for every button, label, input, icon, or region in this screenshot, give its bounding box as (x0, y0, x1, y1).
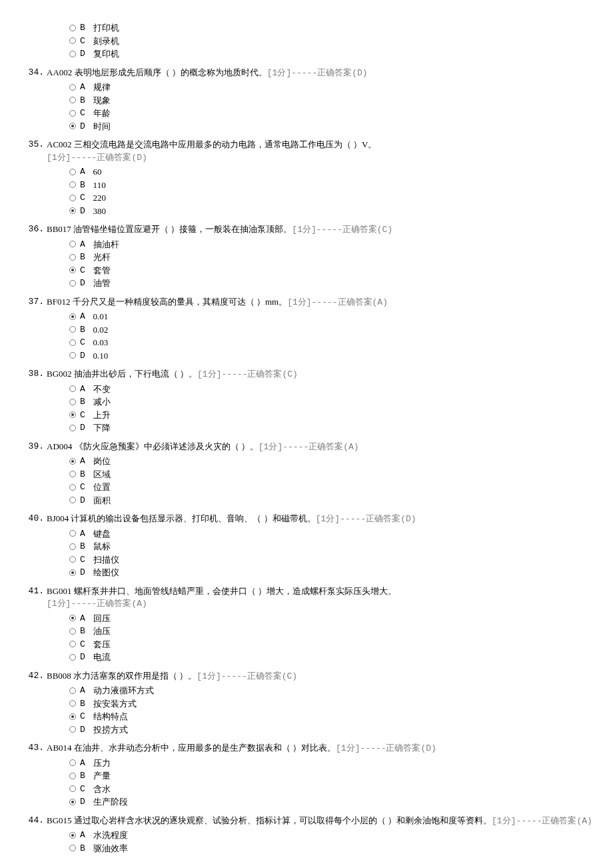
choice-text: 上升 (93, 409, 111, 422)
choice-letter: D (80, 494, 91, 507)
choice-item[interactable]: C 含水 (69, 783, 613, 796)
choice-list: A 键盘B 鼠标C 扫描仪D 绘图仪 (47, 527, 613, 579)
question-item: 44.BG015 通过取心岩样含水状况的逐块观察、试验分析、指标计算，可以取得每… (0, 814, 613, 855)
choice-item[interactable]: A 回压 (69, 612, 613, 625)
radio-icon[interactable] (69, 37, 76, 44)
question-stem: BF012 千分尺又是一种精度较高的量具，其精度可达（ ）mm。[1分]----… (47, 295, 613, 309)
choice-item[interactable]: A 规律 (69, 81, 613, 94)
radio-icon[interactable] (69, 411, 76, 418)
radio-icon[interactable] (69, 241, 76, 247)
radio-icon[interactable] (69, 110, 76, 117)
choice-item[interactable]: A 动力液循环方式 (69, 684, 613, 697)
choice-item[interactable]: A 不变 (69, 383, 613, 396)
choice-item[interactable]: D 时间 (69, 120, 613, 133)
choice-item[interactable]: C 位置 (69, 481, 613, 494)
choice-item[interactable]: C 0.03 (69, 336, 613, 349)
choice-item[interactable]: D 复印机 (69, 47, 613, 61)
radio-icon[interactable] (69, 51, 76, 57)
radio-icon[interactable] (69, 543, 76, 550)
choice-item[interactable]: A 水洗程度 (69, 829, 613, 842)
radio-icon[interactable] (69, 313, 76, 320)
choice-text: 60 (93, 165, 102, 179)
choice-item[interactable]: D 面积 (69, 494, 613, 507)
choice-item[interactable]: A 键盘 (69, 527, 613, 541)
radio-icon[interactable] (69, 169, 76, 175)
choice-item[interactable]: D 下降 (69, 421, 613, 435)
radio-icon[interactable] (69, 471, 76, 477)
choice-item[interactable]: B 按安装方式 (69, 697, 613, 711)
radio-icon[interactable] (69, 267, 76, 273)
choice-item[interactable]: B 减小 (69, 395, 613, 409)
radio-icon[interactable] (69, 84, 76, 91)
choice-item[interactable]: B 驱油效率 (69, 842, 613, 855)
radio-icon[interactable] (69, 195, 76, 201)
radio-icon[interactable] (69, 799, 76, 805)
choice-item[interactable]: D 生产阶段 (69, 795, 613, 809)
choice-item[interactable]: C 220 (69, 191, 613, 205)
radio-icon[interactable] (69, 339, 76, 346)
choice-item[interactable]: A 抽油杆 (69, 238, 613, 251)
radio-icon[interactable] (69, 385, 76, 392)
choice-item[interactable]: A 0.01 (69, 310, 613, 323)
radio-icon[interactable] (69, 785, 76, 792)
radio-icon[interactable] (69, 97, 76, 103)
radio-icon[interactable] (69, 641, 76, 647)
choice-item[interactable]: B 现象 (69, 94, 613, 107)
question-code: AB014 (47, 743, 72, 753)
choice-item[interactable]: B 产量 (69, 769, 613, 783)
radio-icon[interactable] (69, 628, 76, 635)
choice-item[interactable]: C 扫描仪 (69, 553, 613, 567)
radio-icon[interactable] (69, 181, 76, 188)
choice-item[interactable]: D 380 (69, 205, 613, 218)
choice-item[interactable]: D 油管 (69, 277, 613, 290)
choice-item[interactable]: B 110 (69, 179, 613, 192)
choice-item[interactable]: C 套管 (69, 264, 613, 277)
radio-icon[interactable] (69, 352, 76, 359)
choice-item[interactable]: B 油压 (69, 625, 613, 638)
radio-icon[interactable] (69, 484, 76, 491)
radio-icon[interactable] (69, 254, 76, 261)
choice-letter: A (80, 455, 91, 468)
radio-icon[interactable] (69, 530, 76, 537)
choice-item[interactable]: C 套压 (69, 638, 613, 651)
choice-item[interactable]: C 结构特点 (69, 710, 613, 723)
radio-icon[interactable] (69, 700, 76, 707)
question-code: BB017 (47, 224, 71, 234)
radio-icon[interactable] (69, 759, 76, 766)
radio-icon[interactable] (69, 497, 76, 503)
choice-item[interactable]: A 岗位 (69, 455, 613, 468)
radio-icon[interactable] (69, 207, 76, 214)
radio-icon[interactable] (69, 458, 76, 465)
choice-item[interactable]: D 0.10 (69, 349, 613, 363)
choice-item[interactable]: C 上升 (69, 409, 613, 422)
radio-icon[interactable] (69, 845, 76, 851)
radio-icon[interactable] (69, 832, 76, 839)
radio-icon[interactable] (69, 773, 76, 779)
radio-icon[interactable] (69, 399, 76, 405)
choice-item[interactable]: C 年龄 (69, 107, 613, 120)
choice-item[interactable]: B 0.02 (69, 323, 613, 337)
choice-item[interactable]: A 60 (69, 165, 613, 179)
radio-icon[interactable] (69, 726, 76, 733)
radio-icon[interactable] (69, 25, 76, 31)
choice-item[interactable]: D 电流 (69, 651, 613, 664)
choice-item[interactable]: C 刻录机 (69, 35, 613, 48)
radio-icon[interactable] (69, 123, 76, 129)
radio-icon[interactable] (69, 425, 76, 431)
choice-item[interactable]: A 压力 (69, 757, 613, 770)
question-item: 37.BF012 千分尺又是一种精度较高的量具，其精度可达（ ）mm。[1分]-… (0, 295, 613, 363)
radio-icon[interactable] (69, 569, 76, 576)
choice-item[interactable]: B 光杆 (69, 251, 613, 264)
choice-item[interactable]: D 投捞方式 (69, 723, 613, 737)
radio-icon[interactable] (69, 713, 76, 720)
radio-icon[interactable] (69, 615, 76, 621)
choice-item[interactable]: B 打印机 (69, 21, 613, 35)
choice-item[interactable]: B 区域 (69, 468, 613, 481)
radio-icon[interactable] (69, 280, 76, 287)
radio-icon[interactable] (69, 326, 76, 333)
choice-item[interactable]: B 鼠标 (69, 540, 613, 553)
choice-item[interactable]: D 绘图仪 (69, 566, 613, 579)
radio-icon[interactable] (69, 556, 76, 563)
radio-icon[interactable] (69, 654, 76, 661)
radio-icon[interactable] (69, 687, 76, 694)
